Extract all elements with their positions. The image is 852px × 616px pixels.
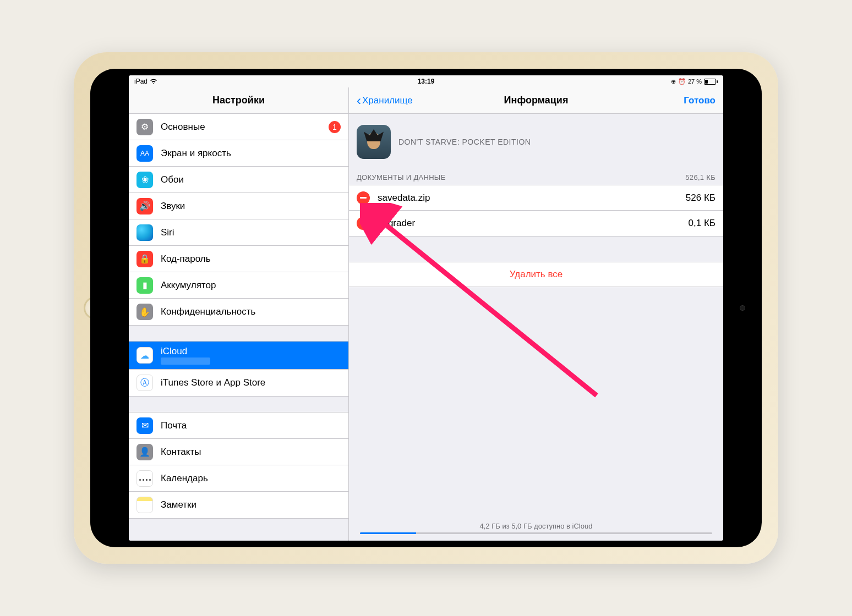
clock: 13:19 [418,78,435,85]
sidebar-item-label: Заметки [161,499,341,510]
storage-text: 4,2 ГБ из 5,0 ГБ доступно в iCloud [360,522,712,530]
section-header: ДОКУМЕНТЫ И ДАННЫЕ 526,1 КБ [349,170,723,185]
section-title: ДОКУМЕНТЫ И ДАННЫЕ [357,173,446,182]
settings-icon: ▮ [136,277,153,294]
storage-bar [360,532,712,534]
sidebar-item-label: Код-пароль [161,254,341,265]
rotation-lock-icon: ⊕ [671,78,676,85]
settings-icon: ⚙ [136,119,153,135]
app-icon [357,125,391,159]
sidebar-list[interactable]: ⚙Основные1AAЭкран и яркость❀Обои🔊ЗвукиSi… [129,114,348,541]
section-size: 526,1 КБ [685,173,716,182]
delete-all-button[interactable]: Удалить все [349,262,723,287]
app-header: DON'T STARVE: POCKET EDITION [349,114,723,170]
settings-icon [136,497,153,513]
sidebar-item-label: Siri [161,227,341,238]
sidebar-item-label: Конфиденциальность [161,306,341,317]
sidebar-item[interactable]: 🔊Звуки [129,193,348,219]
document-size: 0,1 КБ [689,218,716,229]
screen: iPad 13:19 ⊕ ⏰ 27 % [129,75,723,541]
alarm-icon: ⏰ [678,78,686,85]
battery-icon [704,79,718,85]
back-label: Хранилище [362,95,413,106]
sidebar-item[interactable]: 🔒Код-пароль [129,246,348,272]
sidebar-item[interactable]: Заметки [129,492,348,518]
settings-icon: Ⓐ [136,375,153,391]
settings-icon: AA [136,145,153,162]
sidebar-item-label: Основные [161,122,329,133]
app-name: DON'T STARVE: POCKET EDITION [398,138,531,146]
sidebar-title: Настройки [212,95,265,106]
sidebar-item-label: Календарь [161,473,341,484]
sidebar-item-label: iTunes Store и App Store [161,377,341,388]
sidebar-item-label: Аккумулятор [161,280,341,291]
back-button[interactable]: ‹ Хранилище [357,93,413,108]
sidebar-item-label: Почта [161,420,341,431]
document-size: 526 КБ [686,193,716,204]
chevron-left-icon: ‹ [357,93,361,108]
main-content: DON'T STARVE: POCKET EDITION ДОКУМЕНТЫ И… [349,114,723,541]
settings-icon: ☁ [136,347,153,364]
ipad-frame: iPad 13:19 ⊕ ⏰ 27 % [74,52,778,564]
wifi-icon [150,78,157,85]
settings-icon: ✋ [136,304,153,320]
sidebar-item[interactable]: ⒶiTunes Store и App Store [129,370,348,396]
sidebar-item[interactable]: ⚙Основные1 [129,114,348,140]
notification-badge: 1 [329,121,341,133]
sidebar-item-label: iCloud [161,346,341,357]
settings-icon: 🔒 [136,251,153,267]
document-name: savedata.zip [378,193,686,204]
settings-icon [136,470,153,487]
document-row[interactable]: savedata.zip526 КБ [349,185,723,211]
sidebar-header: Настройки [129,87,348,114]
status-bar: iPad 13:19 ⊕ ⏰ 27 % [129,75,723,87]
sidebar-item[interactable]: Календарь [129,465,348,492]
document-name: upgrader [378,218,689,229]
sidebar-item[interactable]: Siri [129,219,348,246]
sidebar-item-label: Звуки [161,201,341,212]
done-button[interactable]: Готово [684,95,716,106]
battery-percent: 27 % [688,78,702,85]
document-row[interactable]: upgrader0,1 КБ [349,211,723,236]
main-header: ‹ Хранилище Информация Готово [349,87,723,114]
main-panel: ‹ Хранилище Информация Готово DON'T STAR… [349,87,723,541]
sidebar-item[interactable]: AAЭкран и яркость [129,140,348,167]
sidebar-item[interactable]: ✉Почта [129,413,348,439]
sidebar-item-label: Экран и яркость [161,148,341,159]
sidebar-item-label: Обои [161,174,341,185]
sidebar-item[interactable]: 👤Контакты [129,439,348,465]
sidebar-item-sub [161,358,210,365]
page-title: Информация [504,95,569,106]
settings-icon [136,224,153,241]
settings-icon: ❀ [136,172,153,188]
sidebar-item[interactable]: ✋Конфиденциальность [129,299,348,325]
sidebar-item-label: Контакты [161,447,341,458]
sidebar-item[interactable]: ☁iCloud [129,342,348,370]
delete-icon[interactable] [357,191,370,205]
device-label: iPad [134,78,148,85]
storage-footer: 4,2 ГБ из 5,0 ГБ доступно в iCloud [360,522,712,534]
settings-icon: 👤 [136,444,153,460]
delete-icon[interactable] [357,217,370,230]
camera [740,305,745,311]
documents-list: savedata.zip526 КБupgrader0,1 КБ [349,185,723,237]
settings-icon: ✉ [136,417,153,434]
sidebar: Настройки ⚙Основные1AAЭкран и яркость❀Об… [129,87,349,541]
settings-icon: 🔊 [136,198,153,215]
sidebar-item[interactable]: ❀Обои [129,167,348,193]
sidebar-item[interactable]: ▮Аккумулятор [129,272,348,299]
ipad-bezel: iPad 13:19 ⊕ ⏰ 27 % [90,69,762,547]
